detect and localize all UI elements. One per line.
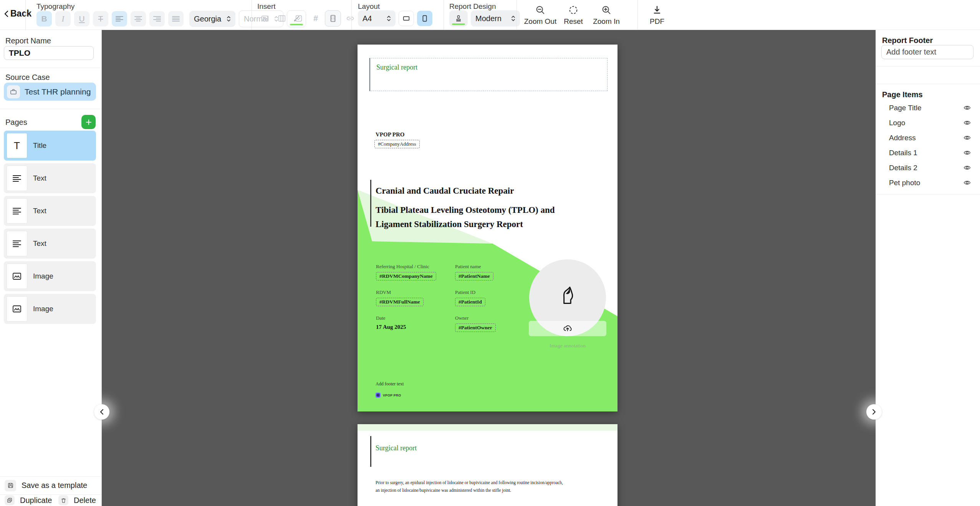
design-color-button[interactable]: [449, 10, 468, 27]
report-name-input[interactable]: [4, 46, 94, 60]
strikethrough-button[interactable]: T: [93, 11, 108, 27]
eye-visibility-icon[interactable]: [963, 179, 971, 186]
page2-title-text[interactable]: Surgical report: [376, 444, 417, 452]
eye-visibility-icon[interactable]: [963, 119, 971, 126]
image-annotation-label[interactable]: Image annotation: [529, 343, 606, 349]
report-page-2[interactable]: Surgical report Prior to surgery, an epi…: [358, 424, 617, 506]
align-center-button[interactable]: [131, 11, 146, 27]
italic-button[interactable]: I: [55, 11, 71, 27]
upload-pet-photo-button[interactable]: [529, 321, 606, 336]
page-footer-placeholder[interactable]: Add footer text: [376, 381, 404, 387]
report-heading-1[interactable]: Cranial and Caudal Cruciate Repair: [376, 186, 591, 196]
duplicate-icon: [5, 495, 15, 505]
page-title-text[interactable]: Surgical report: [376, 63, 417, 71]
text-page-thumb: [7, 231, 27, 256]
image-page-thumb: [7, 264, 27, 289]
field-date[interactable]: Date 17 Aug 2025: [376, 315, 453, 330]
insert-section-label: Insert: [257, 2, 276, 11]
page-item-label: Address: [889, 134, 916, 142]
insert-page-margins-button[interactable]: [325, 10, 341, 27]
pdf-download-button[interactable]: PDF: [645, 5, 669, 26]
report-page-1[interactable]: Surgical report VPOP PRO #CompanyAddress…: [358, 45, 617, 411]
insert-tag-button[interactable]: #: [308, 11, 323, 26]
page-thumbnail-title[interactable]: T Title: [4, 131, 96, 161]
field-patient-name[interactable]: Patient name #PatientName: [455, 264, 532, 280]
font-family-select[interactable]: Georgia: [189, 11, 235, 27]
page-item-label: Details 1: [889, 149, 917, 157]
page-title-block[interactable]: Surgical report: [369, 58, 608, 91]
align-right-button[interactable]: [149, 11, 165, 27]
page-item-details-2: Details 2: [876, 160, 980, 175]
duplicate-button[interactable]: Duplicate: [0, 494, 51, 506]
page-thumbnail-text-2[interactable]: Text: [4, 196, 96, 226]
typography-section-label: Typography: [36, 2, 74, 11]
previous-page-button[interactable]: [94, 404, 109, 420]
field-label: RDVM: [376, 289, 453, 295]
page-item-details-1: Details 1: [876, 145, 980, 160]
title-page-thumb: T: [7, 133, 27, 158]
text-t-icon: T: [14, 140, 20, 152]
orientation-portrait-button[interactable]: [417, 11, 432, 26]
toolbar-group-zoom: Zoom Out Reset Zoom In: [516, 0, 637, 30]
report-footer-input[interactable]: [881, 45, 973, 59]
insert-image-button[interactable]: [257, 11, 273, 26]
source-case-pill[interactable]: Test THR planning: [4, 83, 96, 101]
next-page-button[interactable]: [866, 404, 882, 420]
page-thumbnail-image-1[interactable]: Image: [4, 261, 96, 291]
company-address-tag[interactable]: #CompanyAddress: [374, 140, 420, 148]
source-case-name: Test THR planning: [25, 87, 91, 96]
title-accent-line: [369, 58, 370, 91]
insert-table-button[interactable]: [274, 11, 290, 26]
field-owner[interactable]: Owner #PatientOwner: [455, 315, 532, 332]
eye-visibility-icon[interactable]: [963, 149, 971, 156]
field-value-tag[interactable]: #RDVMCompanyName: [376, 272, 436, 280]
page-thumbnail-text-3[interactable]: Text: [4, 229, 96, 259]
field-value-tag[interactable]: #PatientId: [455, 298, 485, 306]
page-thumbnail-text-1[interactable]: Text: [4, 163, 96, 193]
page-row-label: Image: [33, 305, 53, 313]
field-value-tag[interactable]: #RDVMFullName: [376, 298, 424, 306]
underline-button[interactable]: U: [74, 11, 89, 27]
chevron-left-icon: [4, 10, 9, 18]
zoom-reset-button[interactable]: Reset: [557, 5, 590, 26]
zoom-out-button[interactable]: Zoom Out: [524, 5, 557, 26]
report-name-label: Report Name: [5, 36, 51, 45]
editor-canvas[interactable]: Surgical report VPOP PRO #CompanyAddress…: [102, 30, 876, 506]
field-rdvm[interactable]: RDVM #RDVMFullName: [376, 289, 453, 306]
font-family-value: Georgia: [194, 15, 221, 23]
orientation-landscape-button[interactable]: [399, 11, 414, 26]
insert-checkbox-button[interactable]: [291, 11, 306, 26]
add-page-button[interactable]: [81, 115, 96, 129]
eye-visibility-icon[interactable]: [963, 164, 971, 171]
field-value-tag[interactable]: #PatientOwner: [455, 324, 496, 332]
bold-button[interactable]: B: [36, 11, 52, 27]
zoom-in-button[interactable]: Zoom In: [590, 5, 623, 26]
landscape-icon: [402, 14, 411, 23]
delete-button[interactable]: Delete: [54, 494, 101, 506]
align-left-button[interactable]: [112, 11, 127, 27]
theme-select[interactable]: Modern: [471, 10, 520, 27]
page-thumbnail-image-2[interactable]: Image: [4, 294, 96, 324]
eye-visibility-icon[interactable]: [963, 134, 971, 141]
eye-visibility-icon[interactable]: [963, 104, 971, 111]
company-name-text[interactable]: VPOP PRO: [376, 131, 404, 138]
page2-body-text[interactable]: Prior to surgery, an epidural injection …: [376, 479, 568, 494]
field-label: Referring Hospital / Clinic: [376, 264, 453, 270]
save-as-template-button[interactable]: Save as a template: [0, 476, 101, 494]
align-left-icon: [116, 16, 123, 22]
left-sidebar: Report Name Source Case Test THR plannin…: [0, 30, 102, 506]
field-patient-id[interactable]: Patient ID #PatientId: [455, 289, 532, 306]
field-value-tag[interactable]: #PatientName: [455, 272, 493, 280]
report-editor-app: Back Typography B I U T: [0, 0, 980, 506]
field-referring-hospital[interactable]: Referring Hospital / Clinic #RDVMCompany…: [376, 264, 453, 280]
justify-button[interactable]: [168, 11, 184, 27]
field-label: Date: [376, 315, 453, 321]
page-item-logo: Logo: [876, 115, 980, 130]
divider: [876, 194, 980, 194]
reset-icon: [568, 5, 579, 15]
report-heading-2[interactable]: Tibial Plateau Leveling Osteotomy (TPLO)…: [376, 203, 583, 231]
theme-value: Modern: [475, 14, 502, 23]
portrait-icon: [420, 14, 429, 23]
paper-size-select[interactable]: A4: [358, 10, 396, 27]
heading-accent-line: [370, 180, 371, 227]
